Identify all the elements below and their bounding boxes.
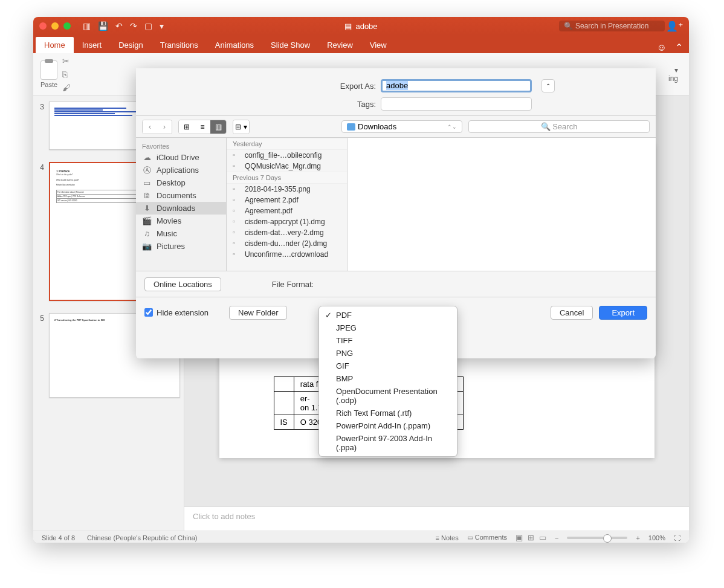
file-item[interactable]: ▫Unconfirme….crdownload [227, 249, 347, 260]
file-icon: ▫ [233, 162, 241, 170]
thumb-number: 5 [37, 313, 44, 398]
normal-view-icon[interactable]: ▣ [516, 533, 523, 542]
tab-view[interactable]: View [361, 37, 395, 53]
sidebar-applications[interactable]: ⒶApplications [136, 164, 226, 176]
redo-icon[interactable]: ↷ [130, 21, 137, 31]
format-painter-icon[interactable]: 🖌 [62, 83, 71, 92]
file-item[interactable]: ▫2018-04-19-355.png [227, 184, 347, 195]
format-option-png[interactable]: PNG [319, 347, 457, 360]
document-title: ▤ adobe [344, 22, 377, 31]
format-option-gif[interactable]: GIF [319, 360, 457, 372]
file-icon: ▫ [233, 185, 241, 193]
file-format-label: File Format: [272, 280, 314, 289]
file-group-heading: Previous 7 Days [227, 172, 347, 184]
file-item[interactable]: ▫cisdem-dat…very-2.dmg [227, 227, 347, 238]
downloads-icon: ⬇ [142, 204, 152, 213]
share-icon[interactable]: 👤⁺ [666, 21, 683, 32]
format-option-rtf[interactable]: Rich Text Format (.rtf) [319, 407, 457, 419]
tags-input[interactable] [381, 97, 532, 111]
sidebar-icloud[interactable]: ☁iCloud Drive [136, 151, 226, 164]
sidebar-music[interactable]: ♫Music [136, 227, 226, 240]
collapse-dialog-button[interactable]: ⌃ [541, 79, 555, 92]
file-item[interactable]: ▫Agreement.pdf [227, 205, 347, 216]
export-filename-input[interactable]: adobe [381, 79, 532, 92]
tab-review[interactable]: Review [318, 37, 361, 53]
save-icon[interactable]: 💾 [98, 21, 108, 31]
status-bar: Slide 4 of 8 Chinese (People's Republic … [33, 531, 689, 543]
sidebar-desktop[interactable]: ▭Desktop [136, 176, 226, 189]
export-button[interactable]: Export [599, 306, 647, 320]
sidebar-documents[interactable]: 🗎Documents [136, 189, 226, 202]
file-icon: ▫ [233, 196, 241, 204]
zoom-level[interactable]: 100% [648, 534, 665, 541]
notes-toggle[interactable]: ≡ Notes [436, 534, 459, 541]
format-option-pdf[interactable]: PDF [319, 309, 457, 321]
more-icon[interactable]: ▾ [160, 21, 164, 31]
thumb-number: 4 [37, 162, 44, 301]
documents-icon: 🗎 [142, 192, 152, 200]
fit-window-icon[interactable]: ⛶ [674, 534, 680, 541]
sidebar-heading: Favorites [136, 141, 226, 151]
format-option-ppam[interactable]: PowerPoint Add-In (.ppam) [319, 419, 457, 432]
sidebar-pictures[interactable]: 📷Pictures [136, 240, 226, 253]
sidebar-toggle-icon[interactable]: ▥ [83, 21, 91, 31]
zoom-slider[interactable] [567, 537, 627, 539]
sidebar-movies[interactable]: 🎬Movies [136, 215, 226, 227]
format-option-bmp[interactable]: BMP [319, 372, 457, 385]
tab-home[interactable]: Home [36, 37, 74, 53]
titlebar: ▥ 💾 ↶ ↷ ▢ ▾ ▤ adobe 🔍 Search in Presenta… [33, 17, 689, 35]
copy-icon[interactable]: ⎘ [62, 69, 71, 79]
preview-column [347, 138, 656, 271]
tab-design[interactable]: Design [110, 37, 151, 53]
tab-slideshow[interactable]: Slide Show [262, 37, 318, 53]
nav-back-icon[interactable]: ‹ [143, 120, 157, 134]
format-option-jpeg[interactable]: JPEG [319, 321, 457, 334]
new-folder-button[interactable]: New Folder [229, 306, 287, 320]
file-icon: ▫ [233, 207, 241, 215]
movies-icon: 🎬 [142, 217, 152, 225]
zoom-out-icon[interactable]: − [555, 534, 558, 541]
reading-view-icon[interactable]: ▭ [539, 533, 546, 542]
file-item[interactable]: ▫QQMusicMac_Mgr.dmg [227, 161, 347, 172]
sidebar-downloads[interactable]: ⬇Downloads [136, 202, 226, 215]
undo-icon[interactable]: ↶ [115, 21, 123, 31]
format-option-ppa[interactable]: PowerPoint 97-2003 Add-In (.ppa) [319, 432, 457, 454]
new-slide-icon[interactable]: ▢ [144, 21, 152, 31]
cancel-button[interactable]: Cancel [551, 306, 593, 320]
doc-name: adobe [355, 22, 377, 31]
close-window-button[interactable] [39, 22, 47, 30]
tab-animations[interactable]: Animations [207, 37, 262, 53]
hide-extension-input[interactable] [144, 308, 153, 317]
desktop-icon: ▭ [142, 179, 152, 187]
emoji-icon[interactable]: ☺ [657, 42, 667, 53]
maximize-window-button[interactable] [63, 22, 71, 30]
language-label[interactable]: Chinese (People's Republic of China) [87, 534, 197, 541]
column-view-icon[interactable]: ▥ [210, 120, 226, 134]
cut-icon[interactable]: ✂ [62, 56, 71, 66]
file-item[interactable]: ▫config_file-…obileconfig [227, 150, 347, 161]
file-item[interactable]: ▫cisdem-du…nder (2).dmg [227, 238, 347, 249]
collapse-ribbon-icon[interactable]: ⌃ [675, 42, 683, 53]
file-sidebar: Favorites ☁iCloud Drive ⒶApplications ▭D… [136, 138, 227, 271]
location-dropdown[interactable]: Downloads ⌃⌄ [341, 120, 462, 133]
notes-pane[interactable]: Click to add notes [184, 506, 689, 531]
tab-transitions[interactable]: Transitions [152, 37, 207, 53]
tab-insert[interactable]: Insert [74, 37, 111, 53]
icon-view-icon[interactable]: ⊞ [179, 120, 195, 134]
nav-forward-icon[interactable]: › [157, 120, 172, 134]
minimize-window-button[interactable] [51, 22, 59, 30]
file-search-input[interactable]: 🔍 Search [468, 120, 650, 133]
file-item[interactable]: ▫cisdem-appcrypt (1).dmg [227, 216, 347, 227]
format-option-odp[interactable]: OpenDocument Presentation (.odp) [319, 385, 457, 407]
hide-extension-checkbox[interactable]: Hide extension [144, 308, 208, 317]
group-view-icon[interactable]: ⊟ ▾ [233, 120, 249, 134]
paste-icon[interactable] [40, 60, 57, 80]
sorter-view-icon[interactable]: ⊞ [528, 533, 534, 542]
file-item[interactable]: ▫Agreement 2.pdf [227, 195, 347, 205]
format-option-tiff[interactable]: TIFF [319, 334, 457, 347]
zoom-in-icon[interactable]: + [636, 534, 639, 541]
comments-toggle[interactable]: ▭ Comments [467, 534, 507, 541]
online-locations-button[interactable]: Online Locations [144, 277, 221, 291]
list-view-icon[interactable]: ≡ [195, 120, 210, 134]
search-presentation[interactable]: 🔍 Search in Presentation [559, 21, 665, 31]
